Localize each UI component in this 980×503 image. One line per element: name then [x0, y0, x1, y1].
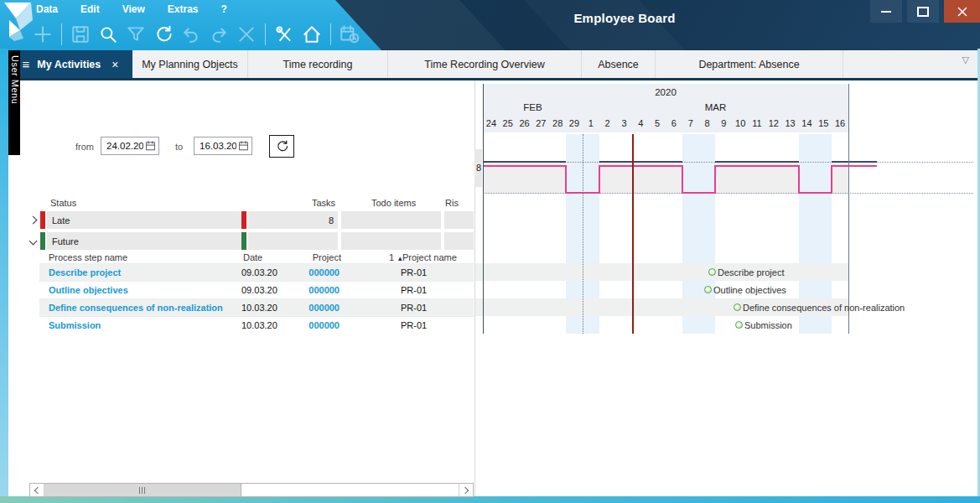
tab-label: Department: Absence — [698, 59, 799, 70]
workload-line-drop — [565, 165, 567, 194]
day-label: 6 — [666, 118, 682, 128]
capacity-fill — [483, 163, 566, 194]
tab-label: My Activities — [37, 59, 101, 70]
redo-button[interactable] — [206, 22, 231, 47]
menu-item-[interactable]: ? — [221, 3, 227, 15]
workload-line-rise — [831, 165, 832, 194]
add-button[interactable] — [30, 22, 55, 47]
table-row[interactable]: Describe project09.03.20000000PR-01 — [39, 263, 474, 282]
to-date-field-wrap — [194, 137, 252, 155]
home-button[interactable] — [299, 22, 324, 47]
tabbar-bottom-border — [8, 78, 977, 80]
calendar-icon[interactable] — [145, 140, 156, 151]
tab-absence[interactable]: Absence — [582, 50, 656, 78]
subheader-project: Project — [278, 252, 341, 262]
tab-my-activities[interactable]: ≡My Activities× — [8, 50, 132, 78]
capacity-limit-line — [483, 161, 566, 163]
minimize-button[interactable] — [870, 0, 902, 23]
tools-button[interactable] — [272, 22, 297, 47]
table-row[interactable]: Outline objectives09.03.20000000PR-01 — [39, 281, 474, 299]
status-color-bar — [40, 232, 45, 250]
hamburger-icon[interactable]: ≡ — [23, 57, 30, 71]
column-header-tasks: Tasks — [272, 198, 335, 208]
workload-line-rise — [599, 165, 600, 194]
milestone-marker[interactable] — [708, 268, 716, 276]
sort-indicator[interactable]: 1 ▲ — [389, 252, 403, 262]
thumb-grip-icon — [139, 487, 146, 494]
undo-button[interactable] — [179, 22, 204, 47]
save-icon — [70, 24, 91, 44]
project-link[interactable]: 000000 — [277, 303, 340, 313]
capacity-axis-label: 8 — [472, 163, 481, 173]
maximize-button[interactable] — [907, 0, 939, 23]
tab-close-icon[interactable]: × — [111, 58, 118, 71]
subheader-date: Date — [243, 252, 262, 262]
close-button[interactable] — [234, 22, 259, 47]
milestone-marker[interactable] — [704, 286, 712, 293]
project-link[interactable]: 000000 — [277, 320, 340, 330]
process-step-link[interactable]: Describe project — [49, 267, 121, 277]
milestone-marker[interactable] — [734, 303, 741, 311]
menu-item-extras[interactable]: Extras — [168, 3, 199, 15]
project-link[interactable]: 000000 — [277, 267, 340, 277]
process-step-link[interactable]: Submission — [49, 320, 101, 330]
date-cell: 10.03.20 — [241, 320, 277, 330]
subheader-project-name: Project name — [402, 252, 457, 262]
table-row[interactable]: Define consequences of non-realization10… — [39, 298, 474, 317]
process-step-link[interactable]: Define consequences of non-realization — [49, 303, 223, 313]
expand-collapse-chevron[interactable] — [29, 237, 38, 246]
process-step-link[interactable]: Outline objectives — [49, 285, 128, 295]
horizontal-scrollbar[interactable] — [29, 483, 474, 497]
tab-label: My Planning Objects — [142, 59, 238, 70]
user-menu-strip[interactable]: User Menu — [8, 50, 20, 155]
group-risks-cell — [444, 232, 474, 250]
chart-left-boundary — [483, 84, 484, 334]
tab-time-recording-overview[interactable]: Time Recording Overview — [388, 50, 582, 78]
close-button[interactable] — [944, 0, 980, 23]
capacity-limit-line — [599, 161, 682, 163]
schedule-button[interactable] — [337, 22, 362, 47]
status-color-bar — [241, 232, 246, 250]
calendar-icon[interactable] — [238, 140, 249, 151]
schedule-icon — [340, 24, 360, 44]
scroll-right-button[interactable] — [459, 484, 473, 496]
tab-my-planning-objects[interactable]: My Planning Objects — [132, 50, 248, 78]
refresh-icon — [275, 139, 289, 153]
panel-divider[interactable] — [474, 80, 475, 496]
gantt-row-band — [475, 263, 848, 281]
today-line — [632, 134, 634, 334]
menu-item-edit[interactable]: Edit — [80, 3, 100, 15]
expand--chevron[interactable] — [29, 216, 38, 225]
table-row[interactable]: Submission10.03.20000000PR-01 — [39, 316, 474, 334]
menu-item-view[interactable]: View — [122, 3, 145, 15]
toolbar — [30, 20, 365, 48]
table-group-row[interactable]: Future — [39, 232, 474, 250]
add-icon — [33, 24, 53, 44]
scrollbar-thumb[interactable] — [44, 484, 241, 496]
tab-department-absence[interactable]: Department: Absence — [656, 50, 843, 78]
search-button[interactable] — [96, 22, 121, 47]
day-label: 1 — [583, 118, 599, 128]
project-link[interactable]: 000000 — [277, 285, 340, 295]
save-button[interactable] — [68, 22, 93, 47]
project-name-cell: PR-01 — [401, 267, 427, 277]
tab-time-recording[interactable]: Time recording — [248, 50, 388, 78]
table-group-row[interactable]: Late8 — [39, 211, 474, 229]
workload-line — [832, 165, 877, 167]
gantt-year-label: 2020 — [483, 87, 848, 97]
day-label: 29 — [566, 118, 583, 128]
tab-label: Time recording — [283, 59, 353, 70]
date-cell: 09.03.20 — [241, 285, 277, 295]
tab-overflow-dropdown-icon[interactable]: ▽ — [962, 54, 969, 65]
group-tasks-cell — [248, 232, 338, 250]
to-label: to — [175, 142, 183, 152]
filter-button[interactable] — [123, 22, 148, 47]
column-header-risks: Ris — [445, 198, 459, 208]
refresh-button[interactable] — [151, 22, 176, 47]
menu-item-data[interactable]: Data — [36, 3, 58, 15]
scroll-left-button[interactable] — [30, 484, 44, 496]
milestone-marker[interactable] — [735, 321, 743, 329]
refresh-range-button[interactable] — [269, 135, 294, 158]
tab-label: Absence — [598, 59, 639, 70]
day-label: 15 — [815, 118, 832, 128]
